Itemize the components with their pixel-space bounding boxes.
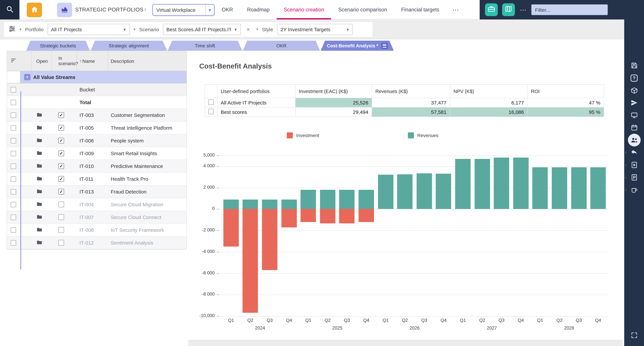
revenues-bar[interactable] xyxy=(281,199,297,209)
cost-benefit-chart: 5,0004 0002 0000-2 000-4 000-6 000-8 000… xyxy=(0,0,624,346)
revenues-bar[interactable] xyxy=(262,199,278,209)
investment-bar[interactable] xyxy=(300,209,316,222)
x-axis-quarter-label: Q2 xyxy=(318,318,338,323)
y-axis-label: 4 000 xyxy=(184,163,215,168)
x-axis-year-label: 2027 xyxy=(453,325,530,330)
revenues-bar[interactable] xyxy=(320,190,336,209)
fullscreen-icon[interactable] xyxy=(624,329,644,341)
x-axis-year-label: 2026 xyxy=(376,325,453,330)
y-axis-tick xyxy=(217,230,219,231)
app-root: STRATEGIC PORTFOLIOS › Virtual Workplace… xyxy=(0,0,644,346)
y-axis-tick xyxy=(217,155,219,156)
chart-gridline xyxy=(221,166,608,167)
help-icon[interactable]: ? xyxy=(624,72,644,84)
x-axis-quarter-label: Q4 xyxy=(511,318,531,323)
powerpoint-export-icon[interactable]: ‹ xyxy=(624,171,644,184)
investment-bar[interactable] xyxy=(262,209,278,270)
chart-gridline xyxy=(221,273,608,274)
collapse-caret-icon: ‹ xyxy=(625,150,626,155)
x-axis-year-label: 2024 xyxy=(221,325,299,330)
presentation-icon[interactable] xyxy=(624,109,644,121)
calendar-icon[interactable] xyxy=(624,122,644,134)
undo-icon[interactable]: ‹ xyxy=(624,146,644,158)
investment-bar[interactable] xyxy=(281,209,297,227)
y-axis-label: -4 000 xyxy=(184,249,215,254)
y-axis-tick xyxy=(217,273,219,274)
y-axis-tick xyxy=(217,166,219,167)
x-axis-quarter-label: Q1 xyxy=(298,318,318,323)
x-axis-quarter-label: Q4 xyxy=(356,318,376,323)
y-axis-label: -8 000 xyxy=(184,292,215,297)
collapse-caret-icon: ‹ xyxy=(625,188,626,192)
revenues-bar[interactable] xyxy=(243,199,258,209)
package-icon[interactable] xyxy=(624,84,644,96)
x-axis-quarter-label: Q4 xyxy=(434,318,453,323)
investment-bar[interactable] xyxy=(243,209,258,313)
revenues-bar[interactable] xyxy=(416,173,432,209)
x-axis-quarter-label: Q3 xyxy=(414,318,434,323)
y-axis-tick xyxy=(217,209,219,210)
chart-gridline xyxy=(221,209,608,210)
chart-gridline xyxy=(221,155,608,156)
x-axis-quarter-label: Q3 xyxy=(337,318,357,323)
revenues-bar[interactable] xyxy=(378,175,393,209)
x-axis-year-label: 2028 xyxy=(530,325,608,330)
save-icon[interactable] xyxy=(624,59,644,72)
y-axis-tick xyxy=(217,316,219,316)
y-axis-tick xyxy=(217,188,219,188)
y-axis-label: -10,000 xyxy=(184,313,215,318)
revenues-bar[interactable] xyxy=(571,167,586,209)
x-axis-quarter-label: Q2 xyxy=(550,318,569,323)
send-icon[interactable] xyxy=(624,97,644,109)
y-axis-label: 0 xyxy=(184,206,215,211)
revenues-bar[interactable] xyxy=(513,158,528,209)
investment-bar[interactable] xyxy=(224,209,239,247)
x-axis-quarter-label: Q2 xyxy=(472,318,492,323)
x-axis-quarter-label: Q3 xyxy=(260,318,280,323)
excel-export-icon[interactable]: ‹ xyxy=(624,159,644,171)
revenues-bar[interactable] xyxy=(224,199,239,209)
chart-gridline xyxy=(221,295,608,295)
y-axis-label: 5,000 xyxy=(184,152,215,157)
revenues-bar[interactable] xyxy=(474,159,490,209)
bottom-scrollbar-track[interactable] xyxy=(188,340,622,346)
x-axis-quarter-label: Q3 xyxy=(569,318,588,323)
revenues-bar[interactable] xyxy=(455,159,470,209)
revenues-bar[interactable] xyxy=(436,174,451,209)
y-axis-label: -6 000 xyxy=(184,270,215,275)
x-axis-quarter-label: Q1 xyxy=(530,318,550,323)
revenues-bar[interactable] xyxy=(358,190,374,209)
investment-bar[interactable] xyxy=(358,209,374,222)
revenues-bar[interactable] xyxy=(339,190,355,209)
x-axis-quarter-label: Q2 xyxy=(241,318,260,323)
revenues-bar[interactable] xyxy=(397,174,412,209)
y-axis-label: 2 000 xyxy=(184,185,215,190)
chart-gridline xyxy=(221,230,608,231)
x-axis-quarter-label: Q1 xyxy=(453,318,472,323)
x-axis-year-label: 2025 xyxy=(299,325,376,330)
cup-icon[interactable]: ‹ xyxy=(624,184,644,196)
collapse-caret-icon: ‹ xyxy=(625,162,626,167)
x-axis-quarter-label: Q1 xyxy=(376,318,395,323)
x-axis-quarter-label: Q2 xyxy=(395,318,414,323)
revenues-bar[interactable] xyxy=(532,167,548,209)
x-axis-quarter-label: Q4 xyxy=(279,318,299,323)
y-axis-tick xyxy=(217,295,219,295)
right-sidebar: ?‹‹‹‹ xyxy=(624,0,644,346)
chart-gridline xyxy=(221,252,608,252)
revenues-bar[interactable] xyxy=(552,167,567,209)
x-axis-quarter-label: Q4 xyxy=(588,318,608,323)
revenues-bar[interactable] xyxy=(590,167,606,209)
investment-bar[interactable] xyxy=(320,209,336,224)
chart-gridline xyxy=(221,188,608,188)
x-axis-quarter-label: Q1 xyxy=(221,318,241,323)
revenues-bar[interactable] xyxy=(494,158,509,209)
collapse-caret-icon: ‹ xyxy=(625,175,626,180)
people-icon[interactable] xyxy=(624,134,644,146)
y-axis-label: -2 000 xyxy=(184,227,215,232)
revenues-bar[interactable] xyxy=(300,190,316,209)
chart-gridline xyxy=(221,316,608,316)
investment-bar[interactable] xyxy=(339,209,355,224)
x-axis-quarter-label: Q3 xyxy=(492,318,511,323)
y-axis-tick xyxy=(217,252,219,252)
